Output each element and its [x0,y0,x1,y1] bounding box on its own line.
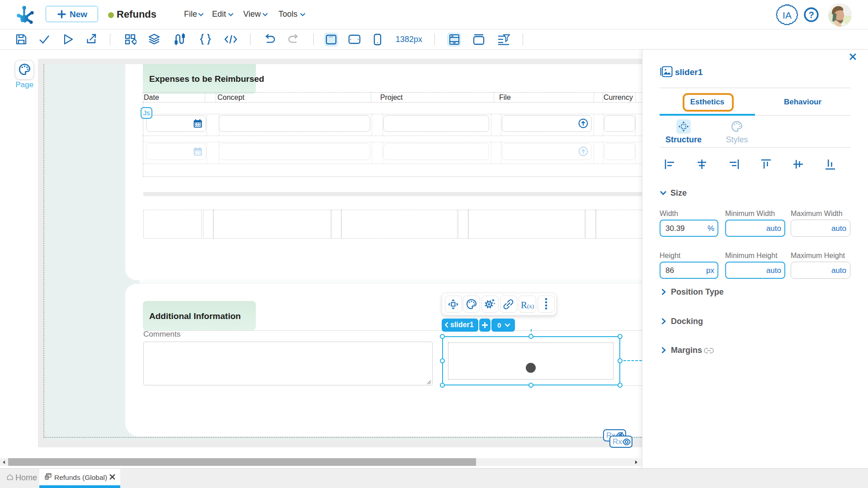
svg-text:IA: IA [783,10,792,20]
svg-text:?: ? [808,10,814,20]
